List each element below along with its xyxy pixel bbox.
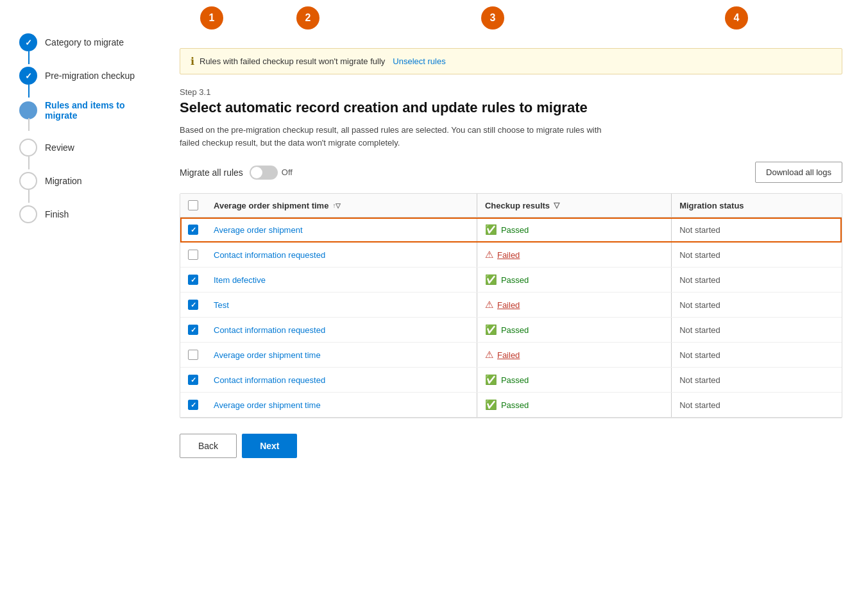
- sidebar-label-rules: Rules and items to migrate: [45, 100, 154, 121]
- rule-name-7[interactable]: Average order shipment time: [214, 400, 321, 410]
- th-checkup: Checkup results ▽: [477, 194, 671, 217]
- sidebar-item-category[interactable]: ✓ Category to migrate: [19, 26, 154, 59]
- checkup-status-0: ✅Passed: [485, 224, 663, 235]
- sidebar: ✓ Category to migrate ✓ Pre-migration ch…: [0, 0, 167, 605]
- th-select-all[interactable]: [180, 194, 206, 217]
- sidebar-item-finish[interactable]: Finish: [19, 198, 154, 231]
- toggle-track[interactable]: [250, 166, 278, 180]
- table-row: Contact information requested✅PassedNot …: [180, 318, 842, 343]
- toggle-off-label: Off: [282, 167, 293, 177]
- step-icon-inactive-migration: [19, 172, 37, 190]
- migration-status-1: Not started: [672, 243, 842, 268]
- sidebar-label-review: Review: [45, 142, 74, 153]
- failed-link-5[interactable]: Failed: [497, 350, 520, 360]
- sidebar-label-migration: Migration: [45, 176, 82, 186]
- row-checkbox-0[interactable]: [188, 225, 198, 235]
- step-title: Select automatic record creation and upd…: [180, 99, 842, 116]
- info-icon: ℹ: [191, 55, 194, 67]
- table-row: Item defective✅PassedNot started: [180, 268, 842, 293]
- rule-name-5[interactable]: Average order shipment time: [214, 350, 321, 360]
- passed-icon: ✅: [485, 374, 497, 386]
- migrate-all-toggle[interactable]: Off: [250, 166, 293, 180]
- table-row: Contact information requested⚠FailedNot …: [180, 243, 842, 268]
- table-row: Average order shipment time✅PassedNot st…: [180, 393, 842, 418]
- step-icon-completed-2: ✓: [19, 67, 37, 85]
- checkup-status-7: ✅Passed: [485, 399, 663, 411]
- sort-icon[interactable]: ↑▽: [332, 202, 341, 209]
- step-icon-active: [19, 101, 37, 119]
- migration-status-3: Not started: [672, 293, 842, 318]
- failed-link-1[interactable]: Failed: [497, 250, 520, 260]
- sidebar-item-rules[interactable]: Rules and items to migrate: [19, 92, 154, 128]
- checkup-status-5: ⚠Failed: [485, 349, 663, 361]
- checkup-status-2: ✅Passed: [485, 274, 663, 285]
- row-checkbox-4[interactable]: [188, 325, 198, 335]
- rule-name-2[interactable]: Item defective: [214, 275, 266, 285]
- failed-icon: ⚠: [485, 249, 493, 260]
- step-icon-inactive-review: [19, 139, 37, 157]
- sidebar-label-premigration: Pre-migration checkup: [45, 71, 135, 81]
- table-row: Average order shipment time⚠FailedNot st…: [180, 343, 842, 368]
- passed-icon: ✅: [485, 324, 497, 336]
- rule-name-1[interactable]: Contact information requested: [214, 250, 325, 260]
- th-migration-label: Migration status: [679, 201, 744, 210]
- sidebar-label-finish: Finish: [45, 209, 69, 219]
- toggle-thumb: [251, 167, 262, 178]
- failed-link-3[interactable]: Failed: [497, 300, 520, 310]
- migrate-all-section: Migrate all rules Off: [180, 166, 293, 180]
- rule-name-6[interactable]: Contact information requested: [214, 375, 325, 385]
- sidebar-item-review[interactable]: Review: [19, 131, 154, 164]
- th-rule-name-label: Average order shipment time: [214, 201, 328, 210]
- migration-status-7: Not started: [672, 393, 842, 418]
- step-icon-completed: ✓: [19, 33, 37, 51]
- step-header: Step 3.1 Select automatic record creatio…: [180, 87, 842, 149]
- checkup-status-6: ✅Passed: [485, 374, 663, 386]
- callout-2: 2: [296, 6, 319, 30]
- step-label: Step 3.1: [180, 87, 842, 97]
- checkup-status-4: ✅Passed: [485, 324, 663, 336]
- table-header-row: Average order shipment time ↑▽ Checkup r…: [180, 194, 842, 217]
- select-all-checkbox[interactable]: [188, 200, 198, 210]
- warning-banner: ℹ Rules with failed checkup result won't…: [180, 48, 842, 74]
- bottom-buttons: Back Next: [180, 434, 842, 458]
- table-row: Average order shipment✅PassedNot started: [180, 217, 842, 243]
- migration-status-6: Not started: [672, 368, 842, 393]
- migration-status-2: Not started: [672, 268, 842, 293]
- download-all-logs-button[interactable]: Download all logs: [755, 162, 842, 183]
- migrate-all-text: Migrate all rules: [180, 167, 243, 178]
- table-row: Test⚠FailedNot started: [180, 293, 842, 318]
- checkup-status-3: ⚠Failed: [485, 299, 663, 311]
- filter-icon[interactable]: ▽: [554, 201, 559, 210]
- passed-icon: ✅: [485, 224, 497, 235]
- migration-status-5: Not started: [672, 343, 842, 368]
- callout-4: 4: [725, 6, 748, 30]
- sidebar-label-category: Category to migrate: [45, 37, 124, 47]
- step-description: Based on the pre-migration checkup resul…: [180, 124, 616, 149]
- warning-text: Rules with failed checkup result won't m…: [200, 56, 385, 66]
- table-body: Average order shipment✅PassedNot started…: [180, 217, 842, 418]
- table-row: Contact information requested✅PassedNot …: [180, 368, 842, 393]
- back-button[interactable]: Back: [180, 434, 237, 458]
- main-content: 1 2 3 4 ℹ Rules with failed checkup resu…: [167, 0, 868, 605]
- sidebar-item-premigration[interactable]: ✓ Pre-migration checkup: [19, 59, 154, 92]
- row-checkbox-2[interactable]: [188, 275, 198, 285]
- failed-icon: ⚠: [485, 349, 493, 361]
- row-checkbox-6[interactable]: [188, 375, 198, 385]
- row-checkbox-5[interactable]: [188, 350, 198, 360]
- row-checkbox-3[interactable]: [188, 300, 198, 310]
- rule-name-3[interactable]: Test: [214, 300, 229, 310]
- controls-row: Migrate all rules Off Download all logs: [180, 162, 842, 183]
- unselect-rules-link[interactable]: Unselect rules: [393, 56, 445, 66]
- sidebar-item-migration[interactable]: Migration: [19, 164, 154, 198]
- rules-table: Average order shipment time ↑▽ Checkup r…: [180, 194, 842, 418]
- th-rule-name: Average order shipment time ↑▽: [206, 194, 477, 217]
- rule-name-4[interactable]: Contact information requested: [214, 325, 325, 335]
- row-checkbox-7[interactable]: [188, 400, 198, 410]
- row-checkbox-1[interactable]: [188, 250, 198, 260]
- callout-3: 3: [481, 6, 504, 30]
- migration-status-0: Not started: [672, 217, 842, 243]
- rule-name-0[interactable]: Average order shipment: [214, 225, 303, 235]
- failed-icon: ⚠: [485, 299, 493, 311]
- next-button[interactable]: Next: [242, 434, 297, 458]
- th-migration: Migration status: [672, 194, 842, 217]
